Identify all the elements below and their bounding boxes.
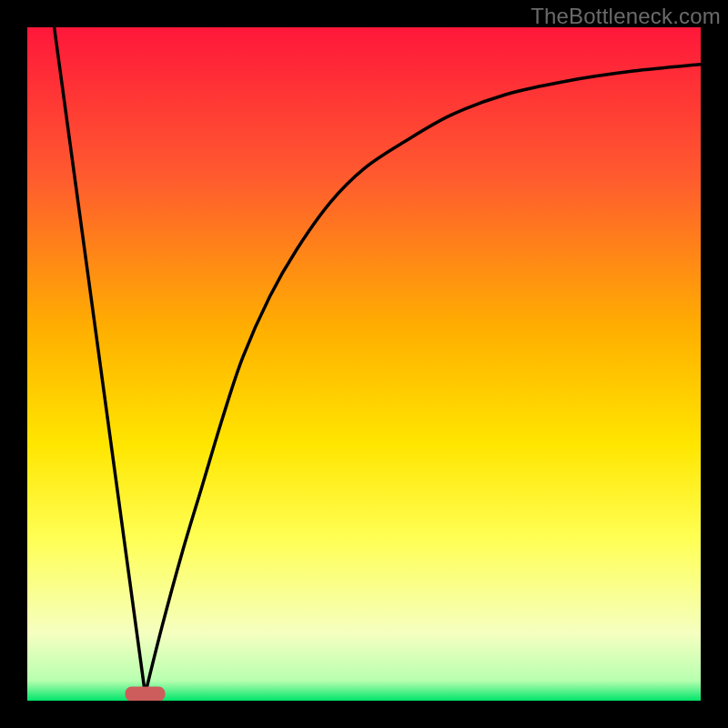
chart-frame: TheBottleneck.com <box>0 0 728 728</box>
plot-area <box>27 27 701 701</box>
gradient-bg <box>27 27 701 701</box>
plot-svg <box>27 27 701 701</box>
watermark-text: TheBottleneck.com <box>531 4 721 29</box>
minimum-marker <box>126 687 166 701</box>
